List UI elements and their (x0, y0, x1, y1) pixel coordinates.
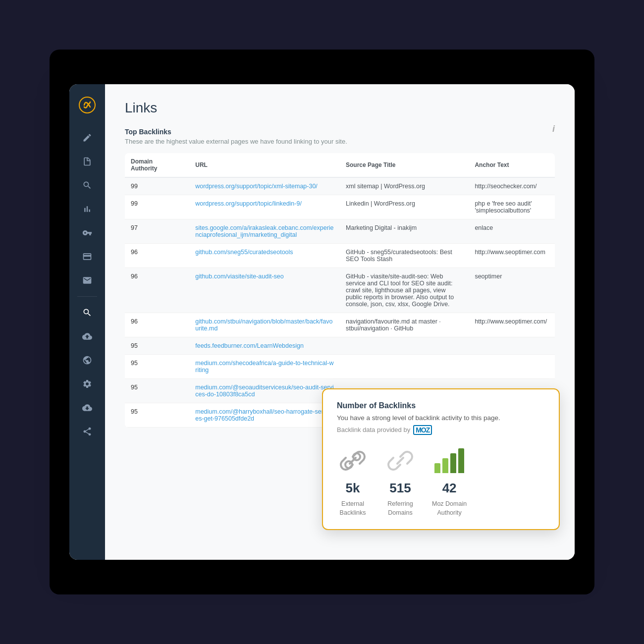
col-url: URL (189, 153, 340, 177)
cell-authority: 95 (125, 379, 189, 403)
bar-4 (458, 448, 464, 473)
table-row: 95medium.com/shecodeafrica/a-guide-to-te… (125, 355, 555, 379)
sidebar-item-share[interactable] (77, 422, 97, 441)
page-title: Links (125, 100, 555, 116)
chain-link-icon-2 (384, 445, 416, 477)
cell-source (340, 355, 469, 379)
sidebar (69, 84, 105, 560)
col-source: Source Page Title (340, 153, 469, 177)
sidebar-item-cloud-up[interactable] (77, 326, 97, 346)
cell-authority: 95 (125, 403, 189, 428)
cell-source: GitHub - sneg55/curatedseotools: Best SE… (340, 244, 469, 268)
cell-anchor: http://www.seoptimer.com/ (469, 313, 555, 337)
cell-authority: 95 (125, 337, 189, 355)
main-content: Links Top Backlinks These are the highes… (105, 84, 575, 560)
cell-authority: 95 (125, 355, 189, 379)
sidebar-item-email[interactable] (77, 270, 97, 290)
sidebar-item-globe[interactable] (77, 350, 97, 370)
cell-source: GitHub - viasite/site-audit-seo: Web ser… (340, 268, 469, 313)
table-row: 95feeds.feedburner.com/LearnWebdesign (125, 337, 555, 355)
bar-2 (442, 458, 448, 473)
sidebar-divider (77, 296, 97, 297)
app-window: Links Top Backlinks These are the highes… (69, 84, 575, 560)
sidebar-item-card[interactable] (77, 247, 97, 267)
cell-source: Linkedin | WordPress.org (340, 195, 469, 219)
table-row: 96github.com/viasite/site-audit-seoGitHu… (125, 268, 555, 313)
table-row: 99wordpress.org/support/topic/xml-sitema… (125, 177, 555, 195)
backlinks-table: DomainAuthority URL Source Page Title An… (125, 153, 555, 428)
cell-url[interactable]: github.com/sneg55/curatedseotools (189, 244, 340, 268)
sidebar-item-cloud-down[interactable] (77, 398, 97, 418)
cell-source (340, 337, 469, 355)
stats-row: 5k ExternalBacklinks 515 (337, 445, 545, 517)
sidebar-item-settings[interactable] (77, 374, 97, 394)
cell-url[interactable]: sites.google.com/a/irakasleak.cebanc.com… (189, 219, 340, 244)
bar-1 (434, 463, 440, 473)
bar-chart-icon (433, 445, 465, 477)
cell-anchor: http://www.seoptimer.com (469, 244, 555, 268)
table-row: 96github.com/sneg55/curatedseotoolsGitHu… (125, 244, 555, 268)
sidebar-item-search-small[interactable] (77, 175, 97, 195)
sidebar-item-document[interactable] (77, 152, 97, 171)
tooltip-provider: Backlink data provided by MOZ (337, 425, 545, 435)
cell-anchor (469, 337, 555, 355)
table-header-row: DomainAuthority URL Source Page Title An… (125, 153, 555, 177)
tooltip-card: Number of Backlinks You have a strong le… (322, 388, 560, 530)
cell-anchor (469, 355, 555, 379)
cell-anchor: enlace (469, 219, 555, 244)
bar-3 (450, 453, 456, 473)
cell-source: xml sitemap | WordPress.org (340, 177, 469, 195)
cell-anchor: seoptimer (469, 268, 555, 313)
stat-referring-domains: 515 ReferringDomains (384, 445, 416, 517)
cell-authority: 96 (125, 268, 189, 313)
cell-url[interactable]: medium.com/@seoauditservicesuk/seo-audit… (189, 379, 340, 403)
chain-link-icon-1 (337, 445, 369, 477)
cell-source: Marketing Digital - inakijm (340, 219, 469, 244)
sidebar-item-search-large[interactable] (77, 303, 97, 322)
section-heading: Top Backlinks These are the highest valu… (125, 128, 555, 145)
col-anchor: Anchor Text (469, 153, 555, 177)
cell-url[interactable]: wordpress.org/support/topic/linkedin-9/ (189, 195, 340, 219)
cell-anchor: php e 'free seo audit' 'simplesocialbutt… (469, 195, 555, 219)
cell-anchor: http://seochecker.com/ (469, 177, 555, 195)
table-row: 99wordpress.org/support/topic/linkedin-9… (125, 195, 555, 219)
cell-authority: 96 (125, 244, 189, 268)
cell-source: navigation/favourite.md at master · stbu… (340, 313, 469, 337)
bar-chart-visual (434, 448, 464, 473)
cell-url[interactable]: github.com/stbui/navigation/blob/master/… (189, 313, 340, 337)
cell-url[interactable]: wordpress.org/support/topic/xml-sitemap-… (189, 177, 340, 195)
sidebar-item-key[interactable] (77, 223, 97, 243)
stat-external-backlinks: 5k ExternalBacklinks (337, 445, 369, 517)
cell-url[interactable]: feeds.feedburner.com/LearnWebdesign (189, 337, 340, 355)
cell-authority: 96 (125, 313, 189, 337)
sidebar-item-edit[interactable] (77, 128, 97, 148)
outer-container: Links Top Backlinks These are the highes… (50, 50, 594, 594)
sidebar-item-chart[interactable] (77, 199, 97, 219)
info-icon[interactable]: i (552, 124, 555, 134)
moz-logo: MOZ (413, 425, 432, 435)
table-row: 96github.com/stbui/navigation/blob/maste… (125, 313, 555, 337)
cell-authority: 99 (125, 177, 189, 195)
stat-moz-domain-authority: 42 Moz DomainAuthority (432, 445, 467, 517)
cell-url[interactable]: medium.com/shecodeafrica/a-guide-to-tech… (189, 355, 340, 379)
sidebar-logo[interactable] (76, 94, 98, 116)
cell-url[interactable]: medium.com/@harryboxhall/seo-harrogate-s… (189, 403, 340, 428)
cell-url[interactable]: github.com/viasite/site-audit-seo (189, 268, 340, 313)
cell-authority: 99 (125, 195, 189, 219)
cell-authority: 97 (125, 219, 189, 244)
col-authority: DomainAuthority (125, 153, 189, 177)
table-row: 97sites.google.com/a/irakasleak.cebanc.c… (125, 219, 555, 244)
